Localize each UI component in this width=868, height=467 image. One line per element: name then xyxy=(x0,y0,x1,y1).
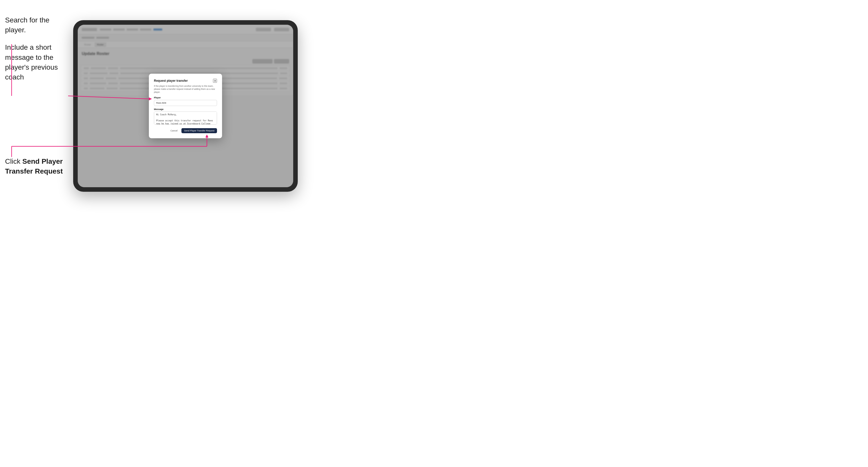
bottom-annotation: Click Send Player Transfer Request xyxy=(5,156,68,176)
request-transfer-modal: Request player transfer ✕ If the player … xyxy=(149,74,222,138)
modal-actions: Cancel Send Player Transfer Request xyxy=(154,128,217,133)
modal-header: Request player transfer ✕ xyxy=(154,79,217,83)
message-label: Message xyxy=(154,108,217,111)
search-annotation: Search for the player. xyxy=(5,15,71,35)
player-input[interactable] xyxy=(154,100,217,106)
tablet-screen: Roster Roster Update Roster xyxy=(78,25,293,187)
message-textarea[interactable]: Hi Coach McHarg, Please accept this tran… xyxy=(154,112,217,125)
bottom-annotation-prefix: Click xyxy=(5,157,22,165)
modal-close-button[interactable]: ✕ xyxy=(213,79,217,83)
modal-title: Request player transfer xyxy=(154,79,188,83)
message-annotation: Include a short message to the player's … xyxy=(5,42,71,82)
cancel-button[interactable]: Cancel xyxy=(168,128,179,133)
modal-overlay: Request player transfer ✕ If the player … xyxy=(78,25,293,187)
player-label: Player xyxy=(154,96,217,99)
send-transfer-request-button[interactable]: Send Player Transfer Request xyxy=(181,128,217,133)
annotation-area: Search for the player. Include a short m… xyxy=(5,15,71,90)
tablet-device: Roster Roster Update Roster xyxy=(73,20,298,192)
modal-description: If the player is transferring from anoth… xyxy=(154,85,217,94)
